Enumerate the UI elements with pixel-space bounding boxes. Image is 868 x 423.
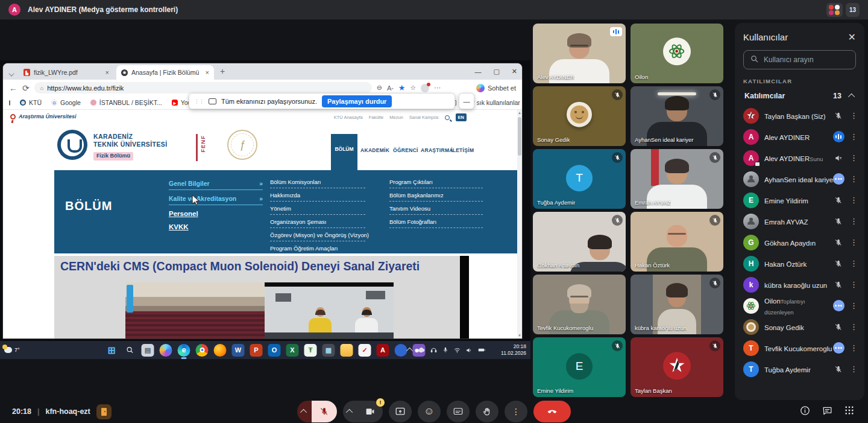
- taskbar-icon-word[interactable]: W: [232, 344, 245, 357]
- video-tile[interactable]: Hakan Öztürk: [631, 212, 723, 272]
- site-search-icon[interactable]: [445, 115, 450, 120]
- video-tile[interactable]: Sonay Gedik: [533, 86, 626, 146]
- zoom-icon[interactable]: ⊖: [377, 84, 382, 92]
- onedrive-icon[interactable]: [417, 346, 426, 354]
- mic-options-chevron[interactable]: [297, 401, 312, 422]
- reload-button[interactable]: ⟳: [22, 83, 30, 93]
- mega-menu-link[interactable]: Program Çıktıları: [389, 179, 483, 188]
- language-toggle[interactable]: EN: [456, 113, 467, 121]
- back-button[interactable]: ←: [9, 83, 17, 93]
- taskbar-icon-checkmark-app[interactable]: ✓: [359, 344, 371, 357]
- participant-menu-button[interactable]: ⋮: [850, 174, 856, 183]
- nav-item[interactable]: İLETİŞİM: [451, 147, 474, 153]
- video-tile[interactable]: kübra karaoğlu uzun: [631, 275, 723, 334]
- taskbar-icon-chrome[interactable]: [196, 344, 209, 357]
- participant-menu-button[interactable]: ⋮: [850, 153, 856, 162]
- university-logo[interactable]: [57, 130, 87, 160]
- video-tile[interactable]: Tevfik Kucukomeroglu: [533, 275, 626, 334]
- mega-menu-bold-link[interactable]: KVKK: [169, 223, 263, 231]
- nav-item[interactable]: ARAŞTIRMA: [421, 147, 453, 153]
- bookmark-item[interactable]: İSTANBUL / BEŞİKT...: [90, 99, 162, 106]
- participant-search[interactable]: [743, 50, 856, 69]
- site-quick-link[interactable]: Fakülte: [369, 115, 384, 120]
- participant-menu-button[interactable]: ⋮: [850, 132, 856, 141]
- mega-menu-featured-link[interactable]: Kalite ve Akreditasyon»: [169, 195, 263, 205]
- wifi-icon[interactable]: [453, 346, 461, 354]
- collections-icon[interactable]: ☆: [410, 84, 416, 92]
- site-quick-link[interactable]: Sanal Kampüs: [409, 115, 439, 120]
- taskbar-icon-start[interactable]: ⊞: [105, 344, 118, 357]
- mega-menu-link[interactable]: Özgörev (Misyon) ve Öngörüş (Vizyon): [270, 232, 365, 241]
- raise-hand-button[interactable]: [476, 401, 498, 422]
- participant-menu-button[interactable]: ⋮: [850, 111, 856, 120]
- participant-menu-button[interactable]: ⋮: [850, 217, 856, 226]
- taskbar-icon-acrobat[interactable]: A: [377, 344, 389, 357]
- taskbar-icon-skype[interactable]: [395, 344, 407, 357]
- taskbar-icon-edge[interactable]: e: [178, 344, 190, 357]
- new-tab-button[interactable]: +: [220, 66, 225, 76]
- participant-menu-button[interactable]: ⋮: [850, 343, 856, 352]
- taskbar-icon-powerpoint[interactable]: P: [250, 344, 263, 357]
- video-tile[interactable]: Emrah AYVAZ: [631, 149, 723, 209]
- mega-menu-link[interactable]: Yönetim: [270, 205, 365, 215]
- tab-search-icon[interactable]: [9, 68, 14, 78]
- video-tile[interactable]: Taylan Başkan: [631, 337, 723, 397]
- mega-menu-bold-link[interactable]: Personel: [169, 210, 263, 217]
- participants-group-header[interactable]: Katılımcılar 13: [743, 89, 856, 103]
- site-quick-link[interactable]: KTÜ Anasayfa: [334, 115, 363, 120]
- panel-close-icon[interactable]: ✕: [848, 31, 856, 43]
- keyboard-icon[interactable]: [9, 100, 10, 106]
- nav-item-bolum-active[interactable]: BÖLÜM: [331, 134, 357, 170]
- mic-mute-button[interactable]: [312, 401, 337, 422]
- browser-tab-pdf[interactable]: ▙ fizik_LWYre.pdf ×: [19, 65, 114, 80]
- page-scrollbar[interactable]: ▲ ▼: [517, 110, 522, 339]
- stop-sharing-button[interactable]: Paylaşmayı durdur: [322, 95, 392, 107]
- scrollbar-thumb[interactable]: [518, 117, 521, 156]
- taskbar-icon-apps-grid[interactable]: ▦: [322, 344, 335, 357]
- participant-menu-button[interactable]: ⋮: [850, 322, 856, 331]
- bookmark-item[interactable]: ◍KTÜ: [20, 99, 42, 106]
- participant-menu-button[interactable]: ⋮: [850, 238, 856, 247]
- taskbar-icon-excel[interactable]: X: [286, 344, 299, 357]
- mega-menu-link[interactable]: Bölüm Fotoğrafları: [389, 218, 483, 228]
- present-screen-button[interactable]: [389, 401, 412, 422]
- address-bar[interactable]: ⌂ https://www.ktu.edu.tr/fizik: [34, 82, 372, 94]
- video-tile[interactable]: Oilon: [631, 24, 723, 83]
- weather-widget[interactable]: 7°: [4, 347, 20, 353]
- drag-handle[interactable]: ⋮⋮: [194, 98, 204, 104]
- tab-close-icon[interactable]: ×: [105, 69, 109, 76]
- bookmark-item[interactable]: GGoogle: [51, 99, 81, 106]
- video-tile[interactable]: Gökhan Apaydın: [533, 212, 626, 272]
- mic-icon[interactable]: [442, 346, 449, 354]
- video-tile[interactable]: EEmine Yildirim: [533, 337, 626, 397]
- mini-avatars-chip[interactable]: [826, 3, 843, 17]
- participant-menu-button[interactable]: ⋮: [850, 196, 856, 205]
- profile-avatar[interactable]: [421, 84, 429, 92]
- taskbar-icon-firefox[interactable]: [214, 344, 227, 357]
- taskbar-icon-file-explorer[interactable]: [341, 344, 353, 357]
- mega-menu-link[interactable]: Hakkımızda: [270, 192, 365, 202]
- nav-item[interactable]: ÖĞRENCİ: [393, 147, 418, 153]
- meeting-room-icon[interactable]: [96, 404, 112, 419]
- reactions-button[interactable]: ☺: [418, 401, 441, 422]
- participant-menu-button[interactable]: ⋮: [850, 280, 856, 289]
- share-bar-minimize-button[interactable]: —: [459, 93, 474, 109]
- participant-count-chip[interactable]: 13: [846, 3, 860, 17]
- camera-button[interactable]: !: [357, 401, 383, 422]
- tab-close-icon[interactable]: ×: [206, 69, 209, 76]
- chevron-up-icon[interactable]: [408, 348, 413, 352]
- captions-button[interactable]: [447, 401, 470, 422]
- video-tile[interactable]: Alev AYDINER: [533, 24, 626, 83]
- minimize-button[interactable]: —: [474, 68, 481, 75]
- end-call-button[interactable]: [533, 401, 571, 422]
- meeting-info-icon[interactable]: [799, 405, 811, 419]
- taskbar-icon-outlook[interactable]: O: [268, 344, 281, 357]
- apps-grid-icon[interactable]: [844, 405, 855, 418]
- mega-menu-featured-link[interactable]: Genel Bilgiler»: [169, 180, 263, 190]
- mega-menu-link[interactable]: Bölüm Başkanlarımız: [389, 192, 483, 202]
- nav-item[interactable]: AKADEMİK: [360, 147, 389, 153]
- favorite-filled-icon[interactable]: ★: [398, 83, 406, 92]
- taskbar-clock[interactable]: 20:18 11.02.2026: [501, 343, 526, 357]
- maximize-button[interactable]: ▢: [493, 68, 499, 75]
- more-menu-icon[interactable]: ⋯: [434, 84, 441, 92]
